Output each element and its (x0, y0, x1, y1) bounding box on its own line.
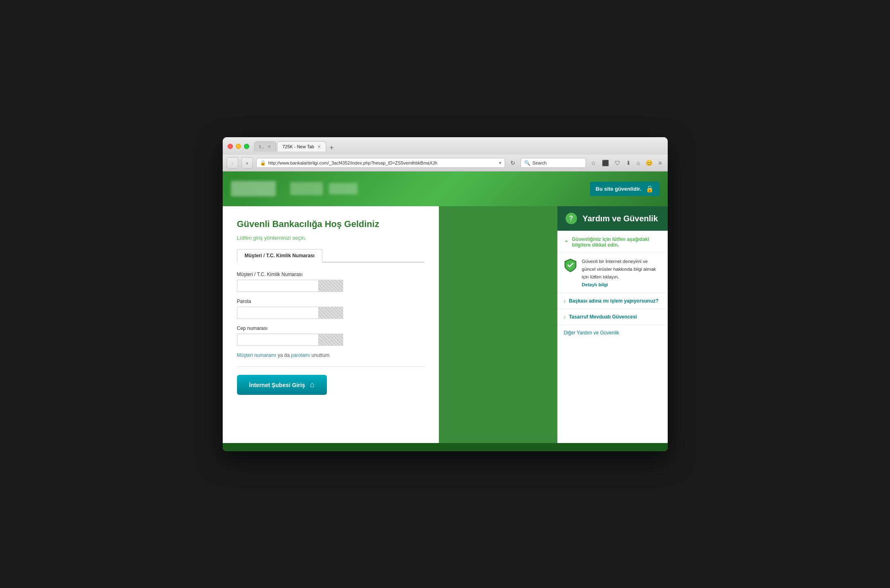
browser-content: Bu site güvenlidir. 🔒 Güvenli Bankacılığ… (223, 172, 668, 451)
field3-label: Cep numarası (237, 325, 425, 331)
home-nav-icon[interactable]: ⌂ (635, 159, 642, 167)
submit-label: İnternet Şubesi Giriş (249, 382, 305, 388)
site-header: Bu site güvenlidir. 🔒 (223, 172, 668, 206)
field1-label: Müşteri / T.C. Kimlik Numarası (237, 272, 425, 277)
field2-label: Parola (237, 298, 425, 304)
bank-logo (231, 181, 276, 196)
traffic-lights (228, 144, 249, 149)
download-icon[interactable]: ⬇ (624, 159, 633, 167)
menu-icon[interactable]: ≡ (657, 159, 663, 167)
chevron-down-icon: ⌄ (564, 237, 569, 243)
tab-1-close[interactable]: × (268, 144, 271, 149)
field3-row (237, 334, 425, 346)
forward-button[interactable]: › (242, 157, 253, 169)
tab-2[interactable]: 725K - New Tab × (277, 141, 326, 151)
field1-row (237, 280, 425, 292)
back-button[interactable]: ‹ (227, 157, 238, 169)
help-link-2-text: Tasarruf Mevduatı Güvencesi (569, 314, 637, 320)
security-badge: Bu site güvenlidir. 🔒 (590, 182, 660, 196)
form-tab-row: Müşteri / T.C. Kimlik Numarası (237, 249, 425, 263)
bottom-green-bar (223, 443, 668, 451)
customer-id-input[interactable] (237, 280, 319, 292)
help-item-content: Güvenli bir İnternet deneyimi ve güncel … (582, 257, 661, 288)
address-lock-icon: 🔒 (260, 160, 266, 166)
field3-section: Cep numarası (237, 325, 425, 346)
field1-pattern (319, 280, 343, 292)
other-help-link[interactable]: Diğer Yardım ve Güvenlik (557, 325, 668, 341)
address-dropdown-icon: ▾ (499, 160, 501, 166)
home-icon: ⌂ (310, 381, 314, 389)
security-badge-text: Bu site güvenlidir. (596, 186, 642, 192)
customer-id-tab[interactable]: Müşteri / T.C. Kimlik Numarası (237, 249, 322, 263)
tab-1[interactable]: t... × (254, 141, 276, 151)
close-button[interactable] (228, 144, 233, 149)
tab-2-close[interactable]: × (318, 144, 321, 149)
address-bar[interactable]: 🔒 http://www.bankalarbirligi.com/_3acf43… (256, 158, 505, 168)
shield-icon (564, 258, 577, 274)
star-icon[interactable]: ☆ (589, 159, 598, 167)
bank-logo-2 (290, 182, 323, 195)
field2-pattern (319, 307, 343, 319)
field1-section: Müşteri / T.C. Kimlik Numarası (237, 272, 425, 292)
field3-pattern (319, 334, 343, 346)
password-input[interactable] (237, 307, 319, 319)
login-panel: Güvenli Bankacılığa Hoş Geldiniz Lütfen … (223, 206, 439, 443)
nav-icons: ☆ ⬛ 🛡 ⬇ ⌂ 😊 ≡ (589, 159, 664, 167)
help-title: Yardım ve Güvenlik (583, 214, 658, 223)
forgot-password-link[interactable]: parolamı (291, 352, 310, 358)
shield-nav-icon[interactable]: 🛡 (613, 159, 622, 167)
minimize-button[interactable] (236, 144, 241, 149)
question-mark-icon: ? (566, 213, 577, 224)
login-subtitle: Lütfen giriş yönteminizi seçin. (237, 235, 425, 241)
logo-area (231, 181, 358, 196)
help-link-1[interactable]: › Başkası adına mı işlem yapıyorsunuz? (557, 293, 668, 309)
lock-icon: 🔒 (646, 185, 654, 193)
nav-bar: ‹ › 🔒 http://www.bankalarbirligi.com/_3a… (223, 155, 668, 172)
search-bar[interactable]: 🔍 Search (521, 158, 586, 168)
detail-link[interactable]: Detaylı bilgi (582, 282, 608, 287)
main-content-wrapper: Güvenli Bankacılığa Hoş Geldiniz Lütfen … (223, 206, 668, 443)
help-security-item: Güvenli bir İnternet deneyimi ve güncel … (557, 252, 668, 294)
help-link-1-text: Başkası adına mı işlem yapıyorsunuz? (569, 298, 658, 304)
field2-section: Parola (237, 298, 425, 319)
field2-row (237, 307, 425, 319)
help-header: ? Yardım ve Güvenlik (557, 206, 668, 231)
title-bar: t... × 725K - New Tab × + (223, 137, 668, 155)
center-green (439, 206, 557, 443)
help-link-2[interactable]: › Tasarruf Mevduatı Güvencesi (557, 309, 668, 325)
reload-button[interactable]: ↻ (508, 158, 517, 167)
chevron-right-icon-1: › (564, 298, 566, 304)
phone-input[interactable] (237, 334, 319, 346)
maximize-button[interactable] (244, 144, 249, 149)
share-icon[interactable]: ⬛ (600, 159, 610, 167)
browser-window: t... × 725K - New Tab × + ‹ › 🔒 http://w… (223, 137, 668, 451)
bank-logo-3 (329, 183, 358, 194)
forgot-text: Müşteri numaramı ya da parolamı unuttum. (237, 352, 425, 358)
help-section-title: ⌄ Güvenliğiniz için lütfen aşağıdaki bil… (557, 231, 668, 252)
new-tab-button[interactable]: + (327, 144, 336, 151)
chevron-right-icon-2: › (564, 314, 566, 320)
tab-bar: t... × 725K - New Tab × + (254, 141, 663, 151)
search-icon: 🔍 (524, 160, 530, 166)
forgot-customer-link[interactable]: Müşteri numaramı (237, 352, 277, 358)
login-title: Güvenli Bankacılığa Hoş Geldiniz (237, 218, 425, 230)
form-divider (237, 366, 425, 367)
help-sidebar: ? Yardım ve Güvenlik ⌄ Güvenliğiniz için… (557, 206, 668, 443)
submit-button[interactable]: İnternet Şubesi Giriş ⌂ (237, 375, 327, 395)
person-icon[interactable]: 😊 (644, 159, 654, 167)
